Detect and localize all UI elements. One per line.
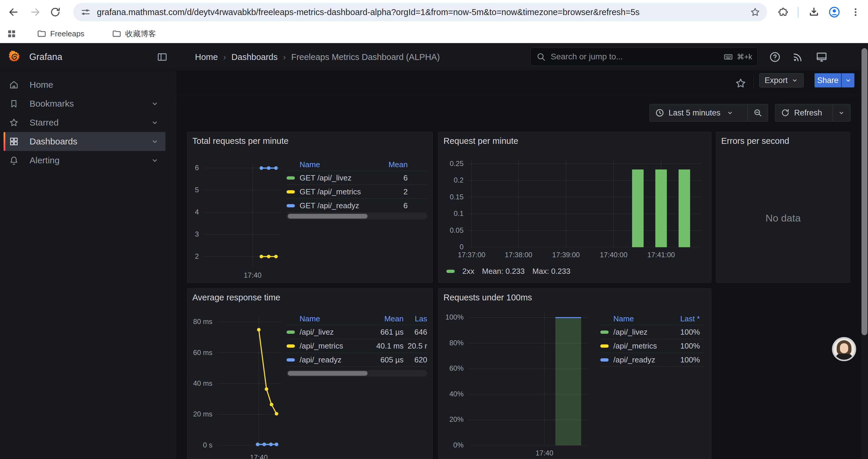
- legend-row[interactable]: /api/_readyz 605 µs 620: [286, 353, 427, 367]
- legend-row[interactable]: GET /api/_readyz 6: [286, 199, 427, 213]
- legend-scrollbar[interactable]: [286, 370, 427, 376]
- panel-errors-per-second[interactable]: Errors per second No data: [716, 132, 850, 283]
- refresh-button[interactable]: Refresh: [775, 104, 832, 121]
- breadcrumb-home[interactable]: Home: [195, 52, 218, 62]
- assistant-avatar[interactable]: [832, 337, 856, 361]
- series-name[interactable]: /api/_metrics: [300, 341, 359, 351]
- page-scrollbar[interactable]: [861, 43, 868, 459]
- favorite-star-icon[interactable]: [735, 77, 747, 89]
- series-color-pill[interactable]: [600, 345, 609, 348]
- grafana-brand[interactable]: Grafana: [8, 50, 62, 64]
- share-menu-button[interactable]: [841, 73, 855, 88]
- browser-profile-avatar[interactable]: [827, 5, 841, 19]
- bar-chart[interactable]: [469, 313, 588, 446]
- chevron-down-icon[interactable]: [151, 156, 159, 165]
- line-chart[interactable]: [204, 164, 281, 268]
- legend-row[interactable]: GET /api/_livez 6: [286, 171, 427, 185]
- news-rss-icon[interactable]: [792, 51, 804, 63]
- series-color-pill[interactable]: [446, 270, 455, 273]
- export-button[interactable]: Export: [759, 73, 804, 88]
- legend-row[interactable]: /api/_metrics 100%: [600, 339, 704, 353]
- share-button[interactable]: Share: [814, 73, 841, 88]
- legend-inline[interactable]: 2xx Mean: 0.233 Max: 0.233: [446, 267, 570, 275]
- sidebar-item-home[interactable]: Home: [4, 75, 165, 94]
- panel-title[interactable]: Request per minute: [443, 136, 518, 146]
- bookmark-folder-blogs[interactable]: 收藏博客: [112, 28, 156, 40]
- panel-total-requests-per-minute[interactable]: Total requests per minute Name Mean GET …: [187, 132, 433, 283]
- y-tick-label: 0.15: [440, 193, 464, 201]
- bookmark-star-icon[interactable]: [750, 7, 761, 18]
- sidebar-item-alerting[interactable]: Alerting: [4, 151, 165, 170]
- home-icon: [9, 80, 19, 90]
- series-name[interactable]: /api/_metrics: [613, 341, 665, 351]
- legend-col-name[interactable]: Name: [613, 314, 665, 323]
- zoom-out-button[interactable]: [748, 104, 768, 121]
- panel-title[interactable]: Errors per second: [721, 136, 789, 146]
- extensions-icon[interactable]: [776, 5, 790, 19]
- scrollbar-thumb[interactable]: [862, 48, 867, 335]
- sidebar-item-starred[interactable]: Starred: [4, 113, 165, 132]
- browser-menu-kebab-icon[interactable]: [848, 5, 863, 19]
- legend-col-mean[interactable]: Mean: [380, 160, 427, 169]
- sidebar-item-dashboards[interactable]: Dashboards: [4, 132, 165, 151]
- reload-icon[interactable]: [48, 5, 62, 19]
- avatar-face: [840, 343, 848, 353]
- series-mean: 40.1 ms: [359, 341, 404, 351]
- sidebar-item-bookmarks[interactable]: Bookmarks: [4, 94, 165, 113]
- url-text: grafana.mathmast.com/d/deytv4rwavabkb/fr…: [97, 7, 640, 17]
- download-icon[interactable]: [807, 5, 821, 19]
- series-color-pill[interactable]: [600, 330, 609, 334]
- bar-chart[interactable]: [469, 160, 701, 247]
- search-input[interactable]: Search or jump to... ⌘+k: [530, 47, 758, 66]
- panel-request-per-minute[interactable]: Request per minute 2xx Mean: 0.233 Max: …: [438, 132, 711, 283]
- bookmark-folder-freeleaps[interactable]: Freeleaps: [37, 28, 85, 40]
- monitor-icon[interactable]: [815, 51, 828, 63]
- series-color-pill[interactable]: [286, 330, 295, 334]
- series-name[interactable]: GET /api/_metrics: [300, 187, 380, 196]
- legend-col-name[interactable]: Name: [300, 314, 359, 323]
- legend-row[interactable]: /api/_metrics 40.1 ms 20.5 r: [286, 339, 427, 353]
- panel-title[interactable]: Average response time: [192, 293, 280, 302]
- series-name[interactable]: 2xx: [462, 267, 474, 276]
- series-color-pill[interactable]: [600, 358, 609, 362]
- url-bar[interactable]: grafana.mathmast.com/d/deytv4rwavabkb/fr…: [73, 3, 767, 21]
- time-range-picker[interactable]: Last 5 minutes: [650, 104, 747, 121]
- series-name[interactable]: /api/_readyz: [300, 355, 359, 364]
- site-info-icon[interactable]: [80, 7, 91, 18]
- legend-col-mean[interactable]: Mean: [359, 314, 404, 323]
- legend-row[interactable]: /api/_readyz 100%: [600, 353, 704, 367]
- legend-row[interactable]: /api/_livez 661 µs 646: [286, 325, 427, 339]
- panel-title[interactable]: Requests under 100ms: [443, 293, 532, 302]
- series-color-pill[interactable]: [286, 176, 295, 179]
- panel-requests-under-100ms[interactable]: Requests under 100ms Name Last * /api/_l…: [438, 288, 711, 459]
- breadcrumb-dashboards[interactable]: Dashboards: [231, 52, 277, 62]
- series-color-pill[interactable]: [286, 358, 295, 362]
- back-icon[interactable]: [6, 5, 20, 19]
- panel-title[interactable]: Total requests per minute: [192, 136, 289, 146]
- series-name[interactable]: GET /api/_readyz: [300, 201, 380, 210]
- chevron-down-icon[interactable]: [151, 137, 159, 145]
- forward-icon[interactable]: [28, 5, 42, 19]
- series-color-pill[interactable]: [286, 190, 295, 193]
- line-chart[interactable]: [217, 318, 281, 450]
- panel-average-response-time[interactable]: Average response time Name Mean Las /api…: [187, 288, 433, 459]
- legend-scrollbar[interactable]: [286, 213, 427, 220]
- series-name[interactable]: /api/_readyz: [613, 355, 665, 364]
- megamenu-toggle-icon[interactable]: [157, 52, 168, 63]
- legend-col-last[interactable]: Last *: [665, 314, 704, 323]
- series-name[interactable]: /api/_livez: [300, 328, 359, 337]
- help-icon[interactable]: [769, 51, 781, 63]
- legend-row[interactable]: /api/_livez 100%: [600, 325, 704, 339]
- legend-row[interactable]: GET /api/_metrics 2: [286, 185, 427, 199]
- legend-col-last[interactable]: Las: [404, 314, 427, 323]
- series-color-pill[interactable]: [286, 204, 295, 207]
- chevron-down-icon[interactable]: [151, 100, 159, 108]
- apps-grid-icon[interactable]: [6, 28, 17, 40]
- series-name[interactable]: GET /api/_livez: [300, 173, 380, 183]
- chevron-down-icon[interactable]: [151, 119, 159, 127]
- series-name[interactable]: /api/_livez: [613, 328, 665, 337]
- series-color-pill[interactable]: [286, 345, 295, 348]
- share-label: Share: [817, 76, 838, 85]
- refresh-interval-button[interactable]: [833, 104, 850, 121]
- legend-col-name[interactable]: Name: [300, 160, 380, 169]
